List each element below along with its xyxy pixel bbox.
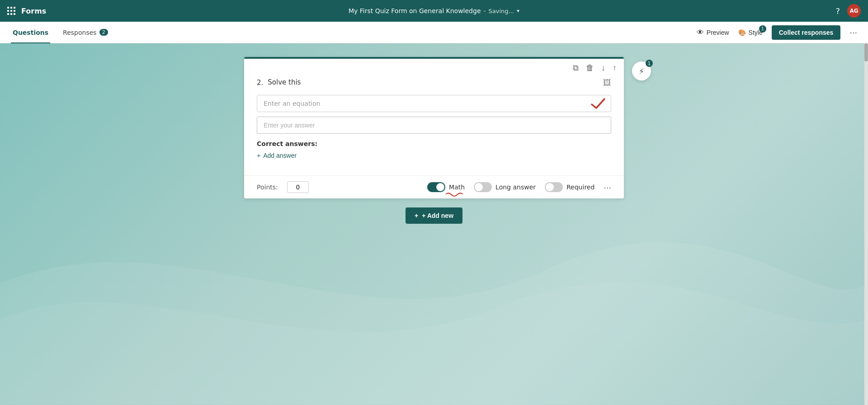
style-button[interactable]: 🎨 Style 1 (738, 29, 763, 36)
app-brand: Forms (21, 7, 46, 15)
preview-button[interactable]: 👁 Preview (697, 28, 729, 37)
points-label: Points: (257, 184, 278, 191)
card-body: 2. Solve this 🖼 Enter an equation (244, 73, 624, 175)
add-icon: + (257, 152, 260, 159)
navbar-right: ? AG (835, 4, 861, 18)
add-answer-button[interactable]: + Add answer (257, 152, 297, 159)
card-toolbar: ⧉ 🗑 ↓ ↑ (244, 59, 624, 73)
move-up-button[interactable]: ↑ (613, 63, 617, 73)
question-text: Solve this (268, 78, 599, 86)
question-number: 2. (257, 79, 263, 87)
copy-icon: ⧉ (573, 63, 579, 73)
tab-questions[interactable]: Questions (11, 22, 50, 43)
correct-answers-label: Correct answers: (257, 140, 611, 147)
question-row: 2. Solve this 🖼 (257, 78, 611, 88)
delete-button[interactable]: 🗑 (586, 63, 594, 73)
saving-indicator: Saving... (489, 8, 514, 14)
tabbar-right: 👁 Preview 🎨 Style 1 Collect responses ··… (697, 25, 857, 40)
footer-more-button[interactable]: ··· (604, 182, 611, 193)
responses-badge: 2 (99, 29, 108, 36)
help-icon[interactable]: ? (835, 6, 840, 16)
image-icon: 🖼 (603, 78, 611, 87)
lightning-fab[interactable]: ⚡ 1 (632, 61, 651, 80)
answer-input[interactable] (257, 117, 611, 134)
equation-checkmark-icon (590, 97, 606, 110)
arrow-up-icon: ↑ (613, 63, 617, 73)
scrollbar-thumb[interactable] (864, 43, 868, 61)
question-card: ⧉ 🗑 ↓ ↑ 2. Solve this (244, 57, 624, 198)
long-answer-label: Long answer (495, 184, 536, 191)
add-new-button[interactable]: + + Add new (406, 207, 462, 224)
app-grid-icon[interactable] (7, 7, 16, 15)
tabbar: Questions Responses 2 👁 Preview 🎨 Style … (0, 22, 868, 43)
lightning-badge: 1 (646, 60, 653, 67)
move-down-button[interactable]: ↓ (601, 63, 605, 73)
document-title: My First Quiz Form on General Knowledge (349, 7, 481, 14)
math-label: Math (449, 184, 465, 191)
title-chevron-icon[interactable]: ▾ (517, 8, 519, 14)
add-new-icon: + (415, 212, 418, 219)
style-badge: 1 (759, 25, 766, 33)
copy-button[interactable]: ⧉ (573, 63, 579, 73)
collect-responses-button[interactable]: Collect responses (772, 25, 841, 40)
required-toggle-group: Required (545, 182, 594, 192)
equation-input-row[interactable]: Enter an equation (257, 95, 611, 112)
more-options-button[interactable]: ··· (849, 27, 857, 38)
required-toggle[interactable] (545, 182, 563, 192)
math-toggle[interactable] (427, 182, 445, 192)
document-title-area: My First Quiz Form on General Knowledge … (349, 7, 519, 14)
main-content: ⚡ 1 ⧉ 🗑 ↓ ↑ (0, 43, 868, 237)
paint-icon: 🎨 (738, 29, 746, 36)
add-image-button[interactable]: 🖼 (603, 78, 611, 88)
arrow-down-icon: ↓ (601, 63, 605, 73)
required-label: Required (566, 184, 594, 191)
long-answer-toggle-group: Long answer (474, 182, 536, 192)
long-answer-toggle[interactable] (474, 182, 492, 192)
math-toggle-group: Math (427, 182, 465, 192)
avatar[interactable]: AG (847, 4, 861, 18)
footer-more-icon: ··· (604, 182, 611, 192)
delete-icon: 🗑 (586, 63, 594, 73)
points-input[interactable]: 0 (287, 181, 309, 193)
scrollbar[interactable] (864, 43, 868, 405)
tab-responses[interactable]: Responses 2 (61, 22, 110, 43)
math-squiggle-icon (445, 191, 463, 197)
eye-icon: 👁 (697, 28, 704, 37)
card-footer: Points: 0 Math Long answer (244, 175, 624, 198)
card-wrapper: ⚡ 1 ⧉ 🗑 ↓ ↑ (244, 57, 624, 198)
equation-placeholder: Enter an equation (264, 100, 321, 107)
navbar: Forms My First Quiz Form on General Know… (0, 0, 868, 22)
lightning-icon: ⚡ (639, 66, 645, 76)
